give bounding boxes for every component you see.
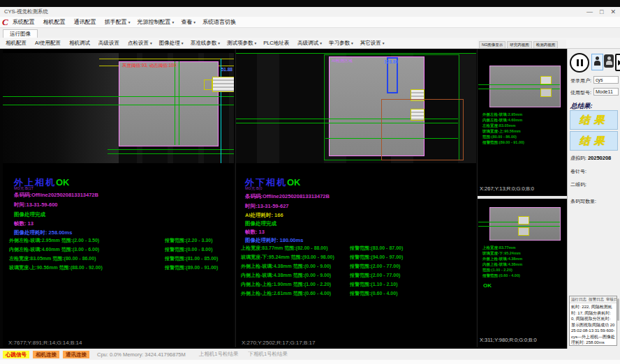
done-text: 图像处理完成 [245, 220, 276, 227]
menu-bar: C 系统配置相机配置通讯配置抓手配置▾光源控制配置▾查看▾系统语言切换 [0, 17, 620, 28]
camera-image-outer-upper[interactable]: 灰度阈值:93, 动态阈值:100 51.88 [3, 53, 234, 163]
alarm-range: 报警范围:(2.00 - 77.00) [350, 272, 400, 279]
toolbar-item[interactable]: 测试项参数▾ [227, 40, 256, 47]
thumb-measure-lines: 上枪宽度:83.77mm玻璃宽度-下:95.24mm外侧上枪-玻璃:4.38mm… [482, 245, 522, 278]
toolbar-item[interactable]: 基准线参数▾ [191, 40, 220, 47]
overlay-line [3, 105, 234, 105]
thumb-measure-line: 范围:(80.00 - 86.00) [482, 134, 524, 139]
measurement-row: 上枪宽度:83.77mm 范围:(82.00 - 88.00) 报警范围:(83… [236, 245, 476, 254]
close-icon[interactable]: ✕ [610, 8, 616, 16]
field-roll-number: 卷针号: [570, 168, 586, 175]
toolbar-item[interactable]: 高级设置 [98, 40, 121, 47]
elapsed-text: 图像处理耗时: 258.00ms [14, 229, 72, 236]
toolbar-item[interactable]: 图像处理▾ [159, 40, 184, 47]
thumb-measure-line: 左枪宽度:83.05mm [482, 123, 524, 128]
thumb-view-tab[interactable]: 研究内视图 [507, 41, 532, 48]
window-title: CYS-视觉检测系统 [4, 8, 48, 15]
pixel-readout: X:7677;Y:891;R:14;G:14;B:14 [8, 340, 82, 346]
model-field[interactable]: Mode11 [593, 88, 619, 96]
thumbnail-column: 外侧左枪-玻璃:2.95mm内侧左枪-玻璃:4.60mm左枪宽度:83.05mm… [477, 49, 567, 347]
measurement-value: 内侧上枪-上枪:1.90mm 范围:(1.00 - 2.20) [241, 281, 331, 288]
log-tab[interactable]: 运行日志 [571, 297, 586, 302]
menu-item[interactable]: 抓手配置▾ [105, 18, 131, 26]
camera-result-text: 上相机1号检结果 [199, 351, 239, 358]
chevron-down-icon: ▾ [150, 41, 152, 45]
toolbar-item[interactable]: 其它设置▾ [360, 40, 385, 47]
menu-item[interactable]: 查看▾ [181, 18, 195, 26]
exit-icon[interactable] [615, 54, 620, 71]
result-box-2: 结果 [570, 131, 618, 151]
camera-image-outer-lower[interactable]: AI检测区域 128.80 [236, 53, 476, 163]
log-tab[interactable]: 审核日志 [606, 297, 617, 302]
thumb-measure-line: 报警范围:(0.60 - 4.00) [482, 273, 522, 278]
alarm-range: 报警范围:(94.00 - 97.00) [350, 254, 403, 261]
alarm-range: 报警范围:(2.20 - 3.30) [165, 237, 212, 244]
toolbar-item[interactable]: 学习参数▾ [329, 40, 353, 47]
overlay-line [236, 53, 476, 54]
thumb-measure-line: 范围:(1.00 - 2.20) [482, 267, 522, 273]
thumb-measure-line: 玻璃宽度-上:90.56mm [482, 128, 524, 134]
chevron-down-icon: ▾ [351, 41, 353, 45]
log-tabs: 运行日志报警日志审核日志 [570, 296, 617, 303]
thumbnail-inner-upper[interactable]: 外侧左枪-玻璃:2.95mm内侧左枪-玻璃:4.60mm左枪宽度:83.05mm… [478, 49, 567, 196]
chevron-down-icon: ▾ [254, 41, 256, 45]
toolbar-item[interactable]: PLC地址表 [263, 40, 290, 47]
desktop-strip [0, 0, 620, 7]
log-text: 耗时: 222, 间隔检测耗时: 17, 间隔分类耗时: 0, 间隔视取分区耗时… [570, 303, 617, 346]
alarm-range: 报警范围:(89.00 - 91.00) [165, 264, 218, 271]
measurement-row: 内侧上枪-上枪:1.90mm 范围:(1.00 - 2.20) 报警范围:(1.… [236, 281, 476, 290]
measurement-row: 内侧上枪-玻璃:4.38mm 范围:(0.00 - 9.00) 报警范围:(2.… [236, 272, 476, 281]
log-scrollbar[interactable] [617, 298, 619, 321]
glass-region [119, 61, 219, 146]
chevron-down-icon: ▾ [128, 20, 131, 24]
user-icon [592, 54, 603, 70]
roi-box [204, 79, 212, 90]
status-bar: 心跳信号 相机连接 通讯连接 Cpu: 0.0% Memory: 3424.41… [0, 349, 620, 360]
measurement-row: 内侧左枪-玻璃:4.60mm 范围:(3.00 - 6.00) 报警范围:(0.… [3, 246, 234, 255]
barcode-text: 条码码:Offline2025020813313472B [14, 192, 98, 199]
field-barcode-count: 条码写数量: [570, 198, 596, 205]
camera-connect-badge: 相机连接 [33, 351, 59, 358]
login-user-field[interactable]: cys [593, 76, 619, 84]
thumb-measure-line: 报警范围:(89.00 - 91.00) [482, 139, 524, 145]
menu-item[interactable]: 系统配置 [13, 18, 36, 26]
measurement-row: 玻璃宽度-上:90.56mm 范围:(88.00 - 92.00) 报警范围:(… [3, 264, 234, 273]
menu-item[interactable]: 光源控制配置▾ [137, 18, 174, 26]
maximize-icon[interactable]: □ [600, 8, 603, 16]
user-login-button[interactable] [591, 54, 603, 70]
thumb-measure-line: 外侧上枪-玻璃:4.38mm [482, 256, 522, 261]
measurement-value: 外侧左枪-玻璃:2.95mm 范围:(2.00 - 3.50) [9, 237, 99, 244]
menu-item[interactable]: 系统语言切换 [202, 18, 237, 26]
overlay-line [179, 61, 179, 145]
toolbar-item[interactable]: 高级调试▾ [297, 40, 322, 47]
field-virtual-code: 虚拟码: 20250208 [570, 155, 611, 162]
status-ok: OK [483, 282, 492, 289]
chevron-down-icon: ▾ [182, 41, 184, 45]
overlay-line [3, 96, 234, 97]
measurement-value: 上枪宽度:83.77mm 范围:(82.00 - 88.00) [241, 245, 328, 252]
elapsed-text: 图像处理耗时: 180.00ms [245, 237, 303, 244]
toolbar-item[interactable]: 相机配置 [6, 40, 28, 47]
mes-tiny-text: MG光:B(1T [14, 186, 34, 191]
thumb-measure-lines: 外侧左枪-玻璃:2.95mm内侧左枪-玻璃:4.60mm左枪宽度:83.05mm… [482, 112, 524, 145]
minimize-icon[interactable]: — [586, 8, 593, 16]
menu-item[interactable]: 通讯配置 [74, 18, 98, 26]
measurement-row: 外侧上枪-玻璃:4.38mm 范围:(0.00 - 9.00) 报警范围:(2.… [236, 263, 476, 272]
log-tab[interactable]: 报警日志 [589, 297, 604, 302]
camera-panel-outer-lower: AI检测区域 128.80 外下相机OK MG光:B(0 条码码:Offline… [235, 49, 476, 347]
chevron-down-icon: ▾ [383, 41, 385, 45]
toolbar-item[interactable]: 点检设置▾ [128, 40, 152, 47]
toolbar-item[interactable]: AI使用配置 [35, 40, 62, 47]
thumb-view-tab[interactable]: NG图像显示 [479, 41, 505, 48]
operator-icon[interactable] [604, 54, 614, 68]
thumb-view-tab[interactable]: 检测内视图 [533, 41, 559, 48]
thumbnail-inner-lower[interactable]: 上枪宽度:83.77mm玻璃宽度-下:95.24mm外侧上枪-玻璃:4.38mm… [478, 199, 567, 347]
pause-button[interactable] [570, 53, 589, 73]
measurement-list: 上枪宽度:83.77mm 范围:(82.00 - 88.00) 报警范围:(83… [236, 245, 476, 299]
alarm-range: 报警范围:(2.00 - 77.00) [350, 263, 400, 270]
measurement-value: 玻璃宽度-上:90.56mm 范围:(88.00 - 92.00) [9, 264, 103, 271]
menu-item[interactable]: 相机配置 [43, 18, 67, 26]
toolbar-item[interactable]: 相机调试 [69, 40, 91, 47]
chevron-down-icon: ▾ [193, 20, 195, 24]
frame-count: 帧数: 13 [245, 229, 265, 236]
